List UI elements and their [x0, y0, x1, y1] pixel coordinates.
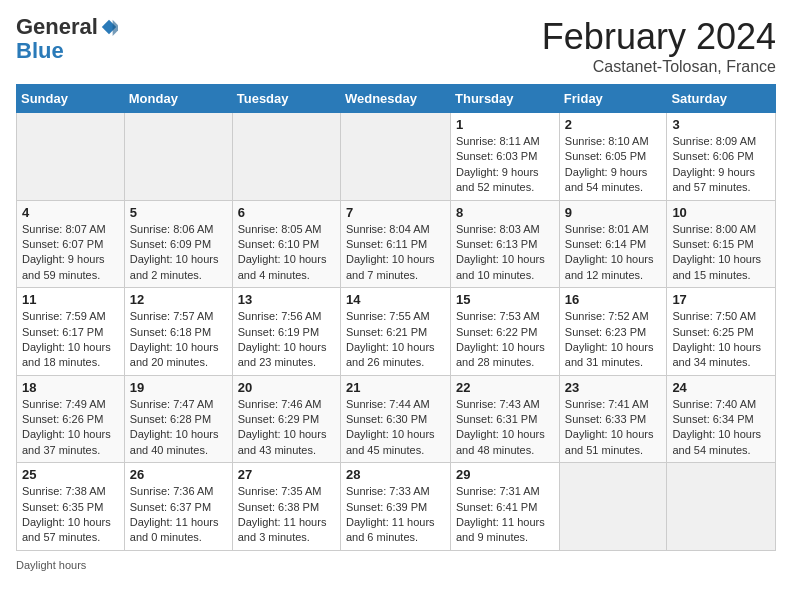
calendar-cell: 6Sunrise: 8:05 AMSunset: 6:10 PMDaylight…	[232, 200, 340, 288]
day-info: Sunrise: 7:52 AMSunset: 6:23 PMDaylight:…	[565, 309, 662, 371]
day-info: Sunrise: 8:10 AMSunset: 6:05 PMDaylight:…	[565, 134, 662, 196]
day-number: 8	[456, 205, 554, 220]
day-info: Sunrise: 8:03 AMSunset: 6:13 PMDaylight:…	[456, 222, 554, 284]
logo-general-text: General	[16, 16, 98, 38]
day-number: 20	[238, 380, 335, 395]
day-number: 14	[346, 292, 445, 307]
logo-icon	[100, 18, 118, 36]
calendar-cell: 19Sunrise: 7:47 AMSunset: 6:28 PMDayligh…	[124, 375, 232, 463]
calendar-table: SundayMondayTuesdayWednesdayThursdayFrid…	[16, 84, 776, 551]
day-number: 26	[130, 467, 227, 482]
day-number: 23	[565, 380, 662, 395]
day-info: Sunrise: 7:47 AMSunset: 6:28 PMDaylight:…	[130, 397, 227, 459]
day-info: Sunrise: 8:04 AMSunset: 6:11 PMDaylight:…	[346, 222, 445, 284]
footer-note: Daylight hours	[16, 559, 776, 571]
calendar-cell	[232, 113, 340, 201]
svg-marker-1	[113, 20, 118, 36]
day-info: Sunrise: 8:11 AMSunset: 6:03 PMDaylight:…	[456, 134, 554, 196]
calendar-cell: 22Sunrise: 7:43 AMSunset: 6:31 PMDayligh…	[451, 375, 560, 463]
calendar-cell	[124, 113, 232, 201]
calendar-cell: 10Sunrise: 8:00 AMSunset: 6:15 PMDayligh…	[667, 200, 776, 288]
day-number: 1	[456, 117, 554, 132]
calendar-cell: 11Sunrise: 7:59 AMSunset: 6:17 PMDayligh…	[17, 288, 125, 376]
weekday-header-sunday: Sunday	[17, 85, 125, 113]
day-number: 15	[456, 292, 554, 307]
calendar-cell: 12Sunrise: 7:57 AMSunset: 6:18 PMDayligh…	[124, 288, 232, 376]
day-info: Sunrise: 8:09 AMSunset: 6:06 PMDaylight:…	[672, 134, 770, 196]
logo: General Blue	[16, 16, 118, 64]
day-number: 4	[22, 205, 119, 220]
day-info: Sunrise: 7:56 AMSunset: 6:19 PMDaylight:…	[238, 309, 335, 371]
calendar-cell	[667, 463, 776, 551]
weekday-header-tuesday: Tuesday	[232, 85, 340, 113]
calendar-cell: 18Sunrise: 7:49 AMSunset: 6:26 PMDayligh…	[17, 375, 125, 463]
day-info: Sunrise: 7:55 AMSunset: 6:21 PMDaylight:…	[346, 309, 445, 371]
day-info: Sunrise: 7:46 AMSunset: 6:29 PMDaylight:…	[238, 397, 335, 459]
calendar-cell: 24Sunrise: 7:40 AMSunset: 6:34 PMDayligh…	[667, 375, 776, 463]
calendar-cell: 27Sunrise: 7:35 AMSunset: 6:38 PMDayligh…	[232, 463, 340, 551]
day-number: 11	[22, 292, 119, 307]
day-info: Sunrise: 7:38 AMSunset: 6:35 PMDaylight:…	[22, 484, 119, 546]
day-number: 29	[456, 467, 554, 482]
calendar-cell: 13Sunrise: 7:56 AMSunset: 6:19 PMDayligh…	[232, 288, 340, 376]
day-number: 22	[456, 380, 554, 395]
day-number: 27	[238, 467, 335, 482]
calendar-cell	[340, 113, 450, 201]
day-info: Sunrise: 8:07 AMSunset: 6:07 PMDaylight:…	[22, 222, 119, 284]
day-info: Sunrise: 8:01 AMSunset: 6:14 PMDaylight:…	[565, 222, 662, 284]
day-info: Sunrise: 7:31 AMSunset: 6:41 PMDaylight:…	[456, 484, 554, 546]
main-title: February 2024	[542, 16, 776, 58]
day-number: 19	[130, 380, 227, 395]
day-number: 7	[346, 205, 445, 220]
day-number: 18	[22, 380, 119, 395]
day-info: Sunrise: 7:41 AMSunset: 6:33 PMDaylight:…	[565, 397, 662, 459]
calendar-cell	[17, 113, 125, 201]
day-number: 3	[672, 117, 770, 132]
week-row-1: 1Sunrise: 8:11 AMSunset: 6:03 PMDaylight…	[17, 113, 776, 201]
calendar-cell: 3Sunrise: 8:09 AMSunset: 6:06 PMDaylight…	[667, 113, 776, 201]
calendar-cell: 15Sunrise: 7:53 AMSunset: 6:22 PMDayligh…	[451, 288, 560, 376]
day-number: 9	[565, 205, 662, 220]
subtitle: Castanet-Tolosan, France	[542, 58, 776, 76]
week-row-3: 11Sunrise: 7:59 AMSunset: 6:17 PMDayligh…	[17, 288, 776, 376]
day-number: 12	[130, 292, 227, 307]
day-info: Sunrise: 7:53 AMSunset: 6:22 PMDaylight:…	[456, 309, 554, 371]
calendar-cell: 8Sunrise: 8:03 AMSunset: 6:13 PMDaylight…	[451, 200, 560, 288]
day-info: Sunrise: 7:59 AMSunset: 6:17 PMDaylight:…	[22, 309, 119, 371]
day-number: 13	[238, 292, 335, 307]
calendar-cell: 14Sunrise: 7:55 AMSunset: 6:21 PMDayligh…	[340, 288, 450, 376]
calendar-cell: 2Sunrise: 8:10 AMSunset: 6:05 PMDaylight…	[559, 113, 667, 201]
day-number: 6	[238, 205, 335, 220]
day-number: 16	[565, 292, 662, 307]
calendar-cell: 7Sunrise: 8:04 AMSunset: 6:11 PMDaylight…	[340, 200, 450, 288]
day-info: Sunrise: 7:44 AMSunset: 6:30 PMDaylight:…	[346, 397, 445, 459]
weekday-header-monday: Monday	[124, 85, 232, 113]
calendar-cell: 17Sunrise: 7:50 AMSunset: 6:25 PMDayligh…	[667, 288, 776, 376]
weekday-header-thursday: Thursday	[451, 85, 560, 113]
weekday-header-friday: Friday	[559, 85, 667, 113]
day-info: Sunrise: 8:06 AMSunset: 6:09 PMDaylight:…	[130, 222, 227, 284]
week-row-5: 25Sunrise: 7:38 AMSunset: 6:35 PMDayligh…	[17, 463, 776, 551]
day-number: 25	[22, 467, 119, 482]
day-number: 17	[672, 292, 770, 307]
day-info: Sunrise: 7:36 AMSunset: 6:37 PMDaylight:…	[130, 484, 227, 546]
weekday-header-wednesday: Wednesday	[340, 85, 450, 113]
calendar-cell: 21Sunrise: 7:44 AMSunset: 6:30 PMDayligh…	[340, 375, 450, 463]
day-info: Sunrise: 7:57 AMSunset: 6:18 PMDaylight:…	[130, 309, 227, 371]
calendar-cell: 29Sunrise: 7:31 AMSunset: 6:41 PMDayligh…	[451, 463, 560, 551]
logo-blue-text: Blue	[16, 38, 64, 63]
calendar-cell	[559, 463, 667, 551]
calendar-cell: 9Sunrise: 8:01 AMSunset: 6:14 PMDaylight…	[559, 200, 667, 288]
day-number: 2	[565, 117, 662, 132]
header: General Blue February 2024 Castanet-Tolo…	[16, 16, 776, 76]
day-info: Sunrise: 7:33 AMSunset: 6:39 PMDaylight:…	[346, 484, 445, 546]
day-info: Sunrise: 7:35 AMSunset: 6:38 PMDaylight:…	[238, 484, 335, 546]
calendar-cell: 26Sunrise: 7:36 AMSunset: 6:37 PMDayligh…	[124, 463, 232, 551]
weekday-header-saturday: Saturday	[667, 85, 776, 113]
day-info: Sunrise: 7:49 AMSunset: 6:26 PMDaylight:…	[22, 397, 119, 459]
day-info: Sunrise: 7:43 AMSunset: 6:31 PMDaylight:…	[456, 397, 554, 459]
calendar-cell: 20Sunrise: 7:46 AMSunset: 6:29 PMDayligh…	[232, 375, 340, 463]
day-info: Sunrise: 7:40 AMSunset: 6:34 PMDaylight:…	[672, 397, 770, 459]
day-number: 24	[672, 380, 770, 395]
day-number: 5	[130, 205, 227, 220]
